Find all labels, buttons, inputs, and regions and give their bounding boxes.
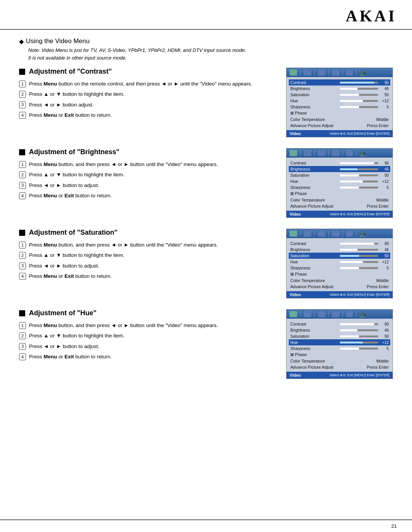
tv-menu-label-brightness-5: ⊠ Phase [290,191,328,196]
square-icon [19,230,25,236]
tv-bar-value-saturation-2: 50 [380,254,389,258]
step-text-brightness-4: Press Menu or Exit button to return. [29,192,275,200]
tv-toolbar-sep3 [328,150,329,156]
step-number-contrast-3: 3 [19,102,26,108]
tv-menu-body-contrast: Contrast90Brightness46Saturation50Hue+12… [286,77,393,130]
step-brightness-2: 2Press ▲ or ▼ button to highlight the it… [19,171,275,179]
tv-menu-label-saturation-2: Saturation [290,253,328,258]
step-number-saturation-3: 3 [19,263,26,269]
heading-text: Adjustment of "Hue" [29,309,97,317]
step-text-saturation-3: Press ◄ or ► button to adjust. [29,262,275,270]
tv-bar-track-saturation-4 [340,267,378,269]
tv-icon-setup [346,231,353,237]
step-number-brightness-3: 3 [19,182,26,189]
tv-bar-fill-contrast-0 [340,82,374,84]
tv-bar-track-saturation-1 [340,249,378,251]
adj-left-saturation: Adjustment of "Saturation"1Press Menu bu… [19,229,275,283]
tv-bar-fill-brightness-1 [340,168,357,170]
tv-bar-value-saturation-3: +12 [380,260,389,264]
tv-bar-container-hue-1: 46 [340,328,389,332]
step-number-hue-3: 3 [19,343,26,350]
tv-bar-track-saturation-2 [340,255,378,257]
tv-toolbar-sep4 [343,69,343,76]
tv-menu-value-saturation-6: Middle [377,278,389,283]
tv-menu-row-contrast-0: Contrast90 [289,79,390,85]
step-text-brightness-1: Press Menu button, and then press ◄ or ►… [29,161,275,168]
tv-icon-extra: 📺 [359,69,366,76]
tv-icon-sound [318,231,325,237]
step-text-hue-2: Press ▲ or ▼ button to highlight the ite… [29,332,275,340]
tv-menu-row-contrast-6: Color TemperatureMiddle [290,116,389,123]
tv-icon-feature [332,311,340,317]
tv-bar-track-hue-2 [340,335,378,337]
step-number-saturation-2: 2 [19,252,26,259]
tv-bar-value-contrast-0: 90 [380,81,389,85]
tv-bar-container-hue-3: +12 [340,340,389,345]
tv-bar-container-brightness-4: 5 [340,185,389,190]
step-text-saturation-2: Press ▲ or ▼ button to highlight the ite… [29,251,275,259]
adjustment-section-contrast: Adjustment of "Contrast"1Press Menu butt… [19,68,393,137]
tv-bar-track-hue-1 [340,329,378,331]
adj-heading-brightness: Adjustment of "Brightness" [19,148,275,156]
step-number-saturation-1: 1 [19,242,26,248]
tv-menu-value-contrast-7: Press Enter [367,123,389,128]
tv-menu-body-saturation: Contrast90Brightness46Saturation50Hue+12… [286,238,393,291]
tv-screen-brightness: 📺 Contrast90Brightness46Saturation50Hue+… [286,148,393,218]
tv-bar-fill-saturation-0 [340,243,374,245]
tv-icon-settings [290,231,297,237]
tv-screen-contrast: 📺 Contrast90Brightness46Saturation50Hue+… [286,68,393,137]
tv-icon-picture [304,69,311,76]
step-brightness-4: 4Press Menu or Exit button to return. [19,192,275,200]
tv-menu-label-saturation-7: Advance Picture Adjust [290,284,333,289]
tv-footer-controls-brightness: Select ⊕⊖ Exit [MENU] Enter [ENTER] [330,212,389,216]
tv-bar-value-hue-3: +12 [380,340,389,345]
tv-icon-picture [304,231,311,237]
tv-menu-row-saturation-0: Contrast90 [290,240,389,247]
tv-bar-container-saturation-3: +12 [340,260,389,264]
tv-toolbar-hue: 📺 [286,310,393,319]
heading-text: Adjustment of "Saturation" [29,229,117,237]
tv-menu-label-contrast-2: Saturation [290,92,328,97]
tv-menu-label-hue-7: Advance Picture Adjust [290,365,333,369]
step-number-brightness-2: 2 [19,171,26,178]
tv-menu-row-saturation-2: Saturation50 [289,253,390,259]
tv-bar-value-saturation-1: 46 [380,248,389,252]
steps-list-saturation: 1Press Menu button, and then press ◄ or … [19,241,275,280]
tv-toolbar-sep5 [356,311,356,317]
tv-screen-container-contrast: 📺 Contrast90Brightness46Saturation50Hue+… [286,68,393,137]
step-number-contrast-1: 1 [19,81,26,87]
tv-bar-container-saturation-4: 5 [340,266,389,270]
step-contrast-2: 2Press ▲ or ▼ button to highlight the it… [19,90,275,98]
step-text-brightness-2: Press ▲ or ▼ button to highlight the ite… [29,171,275,179]
tv-bar-value-hue-2: 50 [380,334,389,339]
tv-menu-label-saturation-1: Brightness [290,247,328,252]
tv-bar-track-brightness-4 [340,187,378,189]
sections-container: Adjustment of "Contrast"1Press Menu butt… [19,68,393,379]
tv-bar-track-hue-0 [340,323,378,325]
tv-icon-settings [290,150,297,156]
tv-bar-fill-brightness-0 [340,162,374,164]
tv-bar-fill-contrast-4 [340,106,359,108]
tv-menu-row-brightness-1: Brightness46 [289,166,390,172]
step-text-contrast-4: Press Menu or Exit button to return. [29,111,275,119]
tv-menu-row-hue-6: Color TemperatureMiddle [290,358,389,364]
tv-screen-container-hue: 📺 Contrast90Brightness46Saturation50Hue+… [286,309,393,379]
tv-menu-row-saturation-6: Color TemperatureMiddle [290,277,389,284]
step-number-hue-1: 1 [19,322,26,329]
tv-menu-value-hue-7: Press Enter [367,365,389,369]
tv-screen-hue: 📺 Contrast90Brightness46Saturation50Hue+… [286,309,393,379]
tv-icon-picture [304,311,311,317]
step-text-contrast-2: Press ▲ or ▼ button to highlight the ite… [29,90,275,98]
tv-bar-container-contrast-4: 5 [340,105,389,109]
tv-icon-sound [318,69,325,76]
tv-menu-row-contrast-3: Hue+12 [290,98,389,104]
tv-menu-label-saturation-0: Contrast [290,241,328,246]
tv-toolbar-sep1 [300,150,301,156]
tv-bar-fill-brightness-4 [340,187,359,189]
tv-menu-value-brightness-7: Press Enter [367,204,389,208]
tv-bar-fill-saturation-2 [340,255,359,257]
tv-footer-contrast: VideoSelect ⊕⊖ Exit [MENU] Enter [ENTER] [286,130,393,137]
tv-bar-container-brightness-3: +12 [340,179,389,184]
step-saturation-4: 4Press Menu or Exit button to return. [19,272,275,280]
tv-toolbar-sep4 [343,311,343,317]
